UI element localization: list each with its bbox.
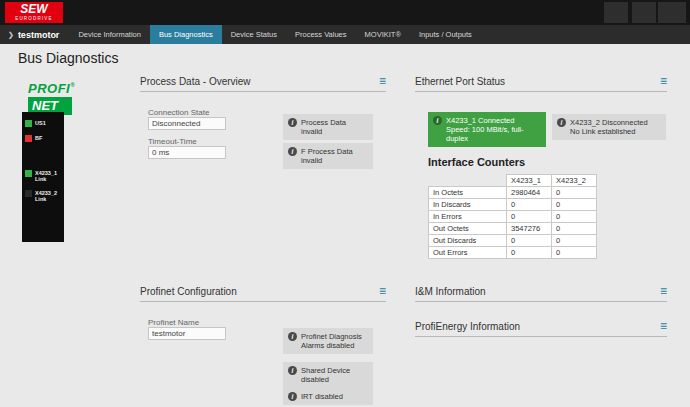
device-image: US1 BF X4233_1 Link X4233_2 Link [22, 112, 64, 242]
cell-value: 0 [552, 247, 597, 259]
connection-state-field[interactable] [148, 117, 226, 130]
expand-icon[interactable]: ≡ [660, 321, 667, 331]
table-row: In Discards 0 0 [429, 199, 597, 211]
collapse-icon[interactable]: ≡ [379, 76, 386, 86]
led-label: X4233_2 Link [35, 190, 61, 202]
port-status-badge-x4233-1: i X4233_1 Connected Speed: 100 MBit/s, f… [428, 112, 546, 147]
tab-process-values[interactable]: Process Values [286, 25, 356, 44]
profinet-name-label: Profinet Name [148, 318, 199, 327]
nav-bar: ❯ testmotor Device Information Bus Diagn… [0, 25, 690, 44]
cell-value: 0 [552, 211, 597, 223]
port-detail: No Link established [570, 127, 635, 136]
profinet-name-field[interactable] [148, 327, 226, 340]
table-row: In Errors 0 0 [429, 211, 597, 223]
badge-text: IRT disabled [301, 392, 343, 401]
section-title: ProfiEnergy Information [415, 321, 520, 332]
led-label: X4233_1 Link [35, 170, 61, 182]
collapse-icon[interactable]: ≡ [660, 76, 667, 86]
status-badge-process-data-invalid: i Process Data invalid [283, 114, 373, 140]
device-spacer [25, 150, 61, 170]
led-x4233-2-link: X4233_2 Link [25, 190, 61, 202]
port-detail: Speed: 100 MBit/s, full-duplex [446, 125, 524, 143]
cell-value: 0 [552, 235, 597, 247]
timeout-time-field[interactable] [148, 146, 226, 159]
section-header-profinet-configuration: Profinet Configuration ≡ [140, 286, 386, 302]
tab-device-information[interactable]: Device Information [69, 25, 150, 44]
port-name: X4233_1 Connected [446, 116, 514, 125]
section-header-profienergy-information: ProfiEnergy Information ≡ [415, 321, 667, 337]
table-row: Out Discards 0 0 [429, 235, 597, 247]
info-icon: i [288, 332, 297, 341]
badge-text: F Process Data invalid [301, 147, 368, 165]
sew-logo-text: SEW [5, 2, 63, 16]
led-bf: BF [25, 135, 61, 142]
port-status-badge-x4233-2: i X4233_2 Disconnected No Link establish… [552, 114, 666, 140]
info-icon: i [288, 366, 297, 375]
status-badge-shared-device: i Shared Device disabled [283, 362, 373, 388]
cell-value: 3547276 [507, 223, 552, 235]
info-icon: i [557, 118, 566, 127]
section-title: Profinet Configuration [140, 286, 237, 297]
info-icon: i [288, 118, 297, 127]
cell-value: 0 [552, 199, 597, 211]
status-badge-f-process-data-invalid: i F Process Data invalid [283, 143, 373, 169]
chevron-right-icon: ❯ [8, 31, 14, 39]
led-x4233-1-link: X4233_1 Link [25, 170, 61, 182]
section-title: Ethernet Port Status [415, 76, 505, 87]
table-header-row: X4233_1 X4233_2 [429, 175, 597, 187]
row-label: Out Discards [429, 235, 507, 247]
cell-value: 0 [507, 211, 552, 223]
tab-device-status[interactable]: Device Status [222, 25, 286, 44]
row-label: Out Octets [429, 223, 507, 235]
led-label: BF [35, 135, 42, 141]
led-green-icon [25, 120, 32, 127]
cell-value: 0 [507, 199, 552, 211]
cell-value: 0 [507, 247, 552, 259]
cell-value: 0 [552, 223, 597, 235]
tab-inputs-outputs[interactable]: Inputs / Outputs [410, 25, 481, 44]
badge-text: Profinet Diagnosis Alarms disabled [301, 332, 368, 350]
timeout-time-label: Timeout-Time [148, 137, 197, 146]
info-icon: i [288, 147, 297, 156]
column-header: X4233_1 [507, 175, 552, 187]
badge-text: Shared Device disabled [301, 366, 368, 384]
connection-state-label: Connection State [148, 108, 209, 117]
sew-logo: SEW EURODRIVE [5, 2, 63, 23]
section-title: Process Data - Overview [140, 76, 251, 87]
status-badge-diagnosis-alarms: i Profinet Diagnosis Alarms disabled [283, 328, 373, 354]
expand-icon[interactable]: ≡ [660, 286, 667, 296]
tab-bus-diagnostics[interactable]: Bus Diagnostics [150, 25, 222, 44]
cell-value: 0 [552, 187, 597, 199]
led-us1: US1 [25, 120, 61, 127]
badge-text: Process Data invalid [301, 118, 368, 136]
eurodrive-logo-text: EURODRIVE [5, 16, 63, 21]
profinet-logo-profi: PROFI [28, 81, 70, 96]
page-title: Bus Diagnostics [18, 50, 118, 66]
row-label: In Errors [429, 211, 507, 223]
port-name: X4233_2 Disconnected [570, 118, 648, 127]
row-label: In Discards [429, 199, 507, 211]
titlebar-button-2[interactable] [632, 2, 656, 23]
section-title: I&M Information [415, 286, 486, 297]
interface-counters-title: Interface Counters [428, 156, 525, 168]
column-header: X4233_2 [552, 175, 597, 187]
led-label: US1 [35, 120, 46, 126]
cell-value: 0 [507, 235, 552, 247]
interface-counters-table: X4233_1 X4233_2 In Octets 2980464 0 In D… [428, 174, 597, 259]
breadcrumb[interactable]: ❯ testmotor [0, 25, 69, 44]
tab-movikit[interactable]: MOVIKIT® [356, 25, 410, 44]
table-row: In Octets 2980464 0 [429, 187, 597, 199]
row-label: Out Errors [429, 247, 507, 259]
corner-cell [429, 175, 507, 187]
info-icon: i [433, 116, 442, 125]
info-icon: i [288, 392, 297, 401]
titlebar-button-3[interactable] [658, 2, 686, 23]
registered-mark: ® [70, 82, 74, 88]
section-header-im-information: I&M Information ≡ [415, 286, 667, 302]
collapse-icon[interactable]: ≡ [379, 286, 386, 296]
titlebar-button-1[interactable] [604, 2, 628, 23]
profinet-logo: PROFI® NET [28, 80, 75, 115]
status-badge-irt: i IRT disabled [283, 388, 373, 405]
cell-value: 2980464 [507, 187, 552, 199]
table-row: Out Errors 0 0 [429, 247, 597, 259]
